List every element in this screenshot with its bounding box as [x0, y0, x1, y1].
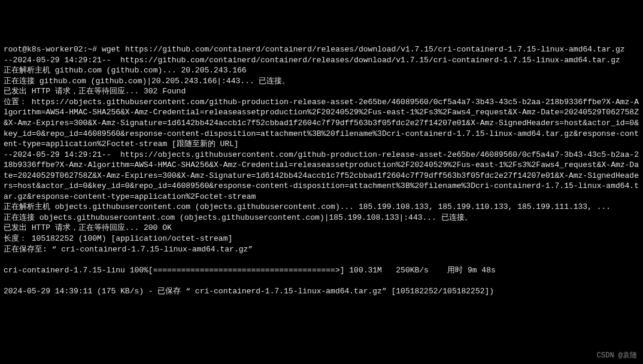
follow-new: [跟随至新的 URL]	[167, 139, 239, 148]
terminal-output: root@k8s-worker02:~# wget https://github…	[4, 44, 639, 296]
prompt-user: root	[4, 45, 22, 54]
output-location: 位置： https://objects.githubusercontent.co…	[4, 97, 639, 150]
output-line: 正在保存至: “ cri-containerd-1.7.15-linux-amd…	[4, 244, 639, 255]
output-line: 长度： 105182252 (100M) [application/octet-…	[4, 233, 639, 244]
prompt-host: k8s-worker02	[27, 45, 83, 54]
output-line: 正在连接 github.com (github.com)|20.205.243.…	[4, 76, 639, 87]
output-line: --2024-05-29 14:29:21-- https://objects.…	[4, 150, 639, 202]
output-line: 正在解析主机 objects.githubusercontent.com (ob…	[4, 202, 639, 213]
watermark-text: CSDN @袁随	[597, 351, 637, 360]
command-text: wget https://github.com/containerd/conta…	[102, 45, 625, 54]
output-final: 2024-05-29 14:39:11 (175 KB/s) - 已保存 “ c…	[4, 286, 639, 297]
location-label: 位置：	[4, 98, 27, 107]
blank-line	[4, 275, 639, 286]
output-line: 已发出 HTTP 请求，正在等待回应... 200 OK	[4, 223, 639, 233]
output-line: 正在连接 objects.githubusercontent.com (obje…	[4, 213, 639, 223]
prompt-symbol: #	[92, 45, 97, 54]
blank-line	[4, 254, 639, 265]
output-line: --2024-05-29 14:29:21-- https://github.c…	[4, 55, 639, 66]
output-line: 已发出 HTTP 请求，正在等待回应... 302 Found	[4, 86, 639, 97]
progress-bar-line: cri-containerd-1.7.15-linu 100%[========…	[4, 265, 639, 276]
prompt-line: root@k8s-worker02:~# wget https://github…	[4, 44, 639, 55]
output-line: 正在解析主机 github.com (github.com)... 20.205…	[4, 65, 639, 76]
location-url: https://objects.githubusercontent.com/gi…	[4, 98, 639, 148]
